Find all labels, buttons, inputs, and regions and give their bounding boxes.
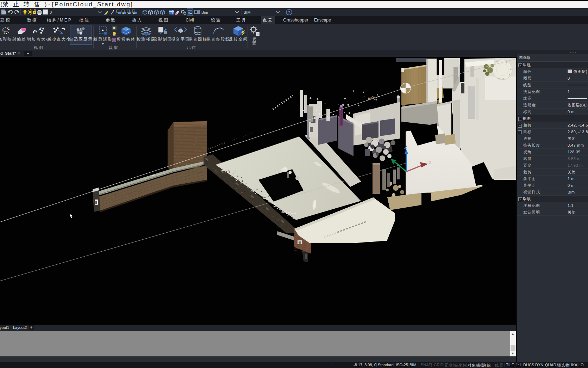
svg-text:反转空间: 反转空间 [229, 37, 248, 41]
svg-text:floor_1: floor_1 [367, 93, 379, 100]
svg-text:裁剪: 裁剪 [109, 45, 119, 50]
svg-text:0: 0 [50, 10, 52, 14]
svg-text:裁剪矩形: 裁剪矩形 [93, 37, 112, 41]
svg-text:置: 置 [252, 41, 256, 45]
svg-text:减少点大小: 减少点大小 [47, 37, 71, 41]
svg-text:Bim: Bim [201, 10, 208, 14]
svg-text:设: 设 [252, 37, 256, 41]
svg-text:BIM: BIM [244, 10, 251, 14]
svg-text:色彩映射: 色彩映射 [0, 37, 17, 41]
svg-text:视图: 视图 [33, 45, 44, 50]
svg-text:自适应显示: 自适应显示 [69, 37, 93, 41]
svg-text:拟合多段线: 拟合多段线 [206, 37, 230, 41]
svg-text:拟合圆柱: 拟合圆柱 [188, 37, 207, 41]
svg-text:?: ? [288, 10, 290, 14]
svg-text:检测楼层: 检测楼层 [136, 37, 156, 41]
svg-text:投影剖面: 投影剖面 [153, 37, 172, 41]
svg-text:x: x [429, 160, 431, 164]
svg-text:拟合平面: 拟合平面 [171, 37, 190, 41]
svg-text:剪切实体: 剪切实体 [117, 37, 136, 41]
svg-text:几何: 几何 [187, 45, 197, 50]
svg-text:偏差: 偏差 [17, 37, 26, 41]
